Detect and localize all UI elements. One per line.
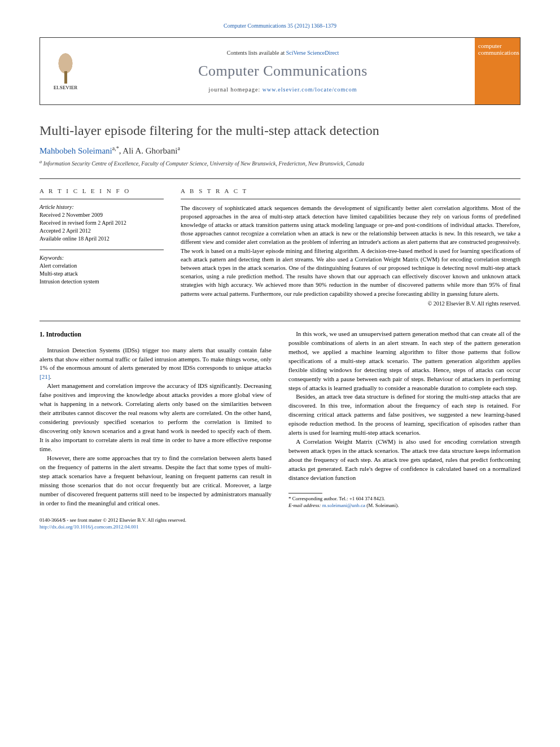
footnote-separator (288, 493, 322, 493)
reference-link-21[interactable]: [21] (40, 373, 50, 380)
homepage-link[interactable]: www.elsevier.com/locate/comcom (262, 86, 357, 93)
body-columns: 1. Introduction Intrusion Detection Syst… (40, 330, 520, 509)
history-line: Available online 18 April 2012 (40, 235, 164, 243)
body-paragraph: Intrusion Detection Systems (IDSs) trigg… (40, 346, 272, 382)
history-line: Received in revised form 2 April 2012 (40, 219, 164, 227)
journal-center: Contents lists available at SciVerse Sci… (91, 38, 475, 104)
page-footer: 0140-3664/$ - see front matter © 2012 El… (40, 517, 520, 530)
affiliation: a Information Security Centre of Excelle… (40, 159, 520, 167)
sciencedirect-link[interactable]: SciVerse ScienceDirect (286, 50, 339, 56)
elsevier-tree-icon (51, 53, 80, 84)
email-link[interactable]: m.soleimani@unb.ca (322, 503, 365, 508)
keyword: Intrusion detection system (40, 278, 164, 286)
body-paragraph: However, there are some approaches that … (40, 454, 272, 508)
abstract-column: A B S T R A C T The discovery of sophist… (181, 187, 520, 307)
history-line: Received 2 November 2009 (40, 211, 164, 219)
journal-name: Computer Communications (198, 63, 368, 80)
corresponding-author-footnote: * Corresponding author. Tel.: +1 604 374… (288, 496, 520, 503)
citation-link[interactable]: Computer Communications 35 (2012) 1368–1… (224, 23, 336, 29)
history-block: Article history: Received 2 November 200… (40, 199, 164, 243)
article-info-header: A R T I C L E I N F O (40, 187, 164, 194)
section-title: 1. Introduction (40, 330, 272, 339)
body-paragraph: In this work, we used an unsupervised pa… (288, 330, 520, 393)
keyword: Multi-step attack (40, 270, 164, 278)
keywords-label: Keywords: (40, 255, 164, 261)
author-link-1[interactable]: Mahbobeh Soleimani (40, 146, 112, 155)
body-paragraph: Alert management and correlation improve… (40, 382, 272, 454)
page-citation: Computer Communications 35 (2012) 1368–1… (40, 23, 520, 29)
contents-line: Contents lists available at SciVerse Sci… (227, 50, 339, 56)
info-abstract-row: A R T I C L E I N F O Article history: R… (40, 187, 520, 307)
journal-header-box: ELSEVIER Contents lists available at Sci… (40, 37, 520, 105)
history-label: Article history: (40, 204, 164, 210)
article-info-column: A R T I C L E I N F O Article history: R… (40, 187, 164, 307)
abstract-text: The discovery of sophisticated attack se… (181, 199, 520, 298)
elsevier-label: ELSEVIER (54, 85, 78, 90)
body-paragraph: A Correlation Weight Matrix (CWM) is als… (288, 438, 520, 483)
authors-line: Mahbobeh Soleimania,*, Ali A. Ghorbania (40, 145, 520, 156)
divider (40, 178, 520, 179)
history-line: Accepted 2 April 2012 (40, 227, 164, 235)
keyword: Alert correlation (40, 262, 164, 270)
isbn-line: 0140-3664/$ - see front matter © 2012 El… (40, 517, 520, 524)
homepage-line: journal homepage: www.elsevier.com/locat… (209, 86, 357, 93)
doi-link[interactable]: http://dx.doi.org/10.1016/j.comcom.2012.… (40, 524, 139, 530)
copyright-line: © 2012 Elsevier B.V. All rights reserved… (181, 300, 520, 307)
article-title: Multi-layer episode filtering for the mu… (40, 122, 520, 139)
divider (40, 321, 520, 321)
journal-cover-thumbnail: computer communications (475, 38, 520, 104)
body-paragraph: Besides, an attack tree data structure i… (288, 392, 520, 438)
keywords-block: Keywords: Alert correlation Multi-step a… (40, 250, 164, 286)
elsevier-logo: ELSEVIER (40, 38, 91, 104)
email-footnote: E-mail address: m.soleimani@unb.ca (M. S… (288, 503, 520, 509)
abstract-header: A B S T R A C T (181, 187, 520, 194)
